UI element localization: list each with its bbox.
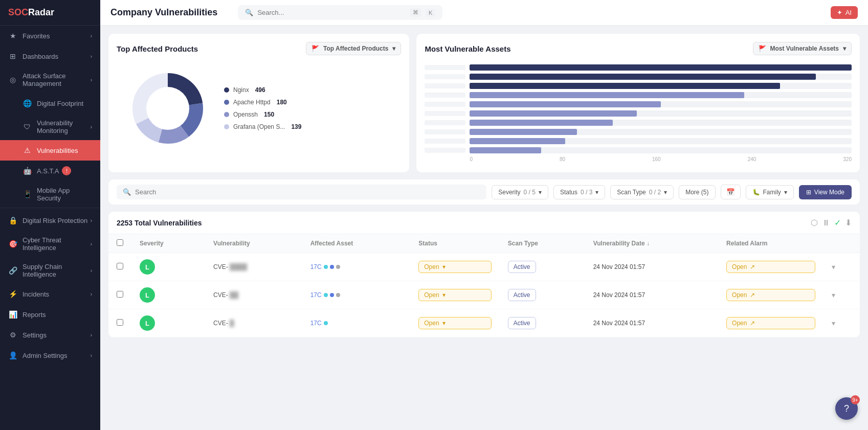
sidebar-item-supply-chain[interactable]: 🔗 Supply Chain Intelligence › (0, 257, 100, 284)
related-alarm[interactable]: Open ↗ (726, 317, 815, 329)
status-dropdown[interactable]: Open ▾ (418, 261, 492, 273)
sidebar-item-vulnerabilities[interactable]: ⚠ Vulnerabilities (0, 140, 100, 161)
sidebar: SOCRadar ★ Favorites › ⊞ Dashboards › ◎ … (0, 0, 100, 430)
asset-link[interactable]: 17C (310, 291, 403, 299)
severity-filter[interactable]: Severity 0 / 5 ▾ (492, 185, 548, 199)
search-input[interactable] (257, 9, 406, 16)
pause-action-btn[interactable]: ⏸ (822, 218, 830, 228)
bar-label (425, 102, 465, 107)
sidebar-item-vulnerability-monitoring[interactable]: 🛡 Vulnerability Monitoring › (0, 114, 100, 140)
asset-link[interactable]: 17C (310, 263, 403, 270)
bar-track (470, 92, 852, 98)
col-related-alarm: Related Alarm (718, 234, 823, 253)
legend-dot-grafana (224, 124, 229, 129)
severity-badge: L (140, 287, 155, 303)
sidebar-item-dashboards[interactable]: ⊞ Dashboards › (0, 46, 100, 66)
row-status-cell: Open ▾ (410, 281, 500, 309)
sidebar-item-asta[interactable]: 🤖 A.S.T.A ! (0, 161, 100, 181)
status-filter[interactable]: Status 0 / 3 ▾ (553, 185, 605, 199)
calendar-filter[interactable]: 📅 (721, 185, 741, 199)
row-cve-cell: CVE- █ (205, 309, 302, 337)
sidebar-item-digital-risk[interactable]: 🔒 Digital Risk Protection › (0, 210, 100, 231)
expand-btn[interactable]: ▾ (832, 319, 835, 327)
row-checkbox-cell (108, 253, 131, 281)
top-affected-products-card: Top Affected Products 🚩 Top Affected Pro… (108, 34, 409, 172)
sidebar-item-reports[interactable]: 📊 Reports (0, 304, 100, 325)
bar-label (425, 65, 465, 70)
bar-label (425, 111, 465, 116)
chevron-icon: › (91, 353, 92, 358)
expand-btn[interactable]: ▾ (832, 263, 835, 271)
filter-search[interactable]: 🔍 (117, 185, 486, 199)
bar-fill (470, 74, 816, 80)
bar-label (425, 120, 465, 125)
dot-blue (330, 293, 334, 297)
asset-link[interactable]: 17C (310, 320, 403, 327)
search-icon: 🔍 (123, 188, 131, 196)
notification-fab[interactable]: ? 9+ (835, 397, 858, 420)
expand-btn[interactable]: ▾ (832, 291, 835, 299)
sidebar-item-settings[interactable]: ⚙ Settings › (0, 325, 100, 345)
row-asset-cell: 17C (302, 309, 411, 337)
attack-surface-icon: ◎ (8, 75, 17, 84)
row-severity-cell: L (131, 281, 205, 309)
chevron-icon: › (91, 124, 92, 130)
row-cve-cell: CVE- ████ (205, 253, 302, 281)
sidebar-item-favorites[interactable]: ★ Favorites › (0, 26, 100, 46)
vuln-search-input[interactable] (135, 188, 480, 196)
sidebar-item-attack-surface[interactable]: ◎ Attack Surface Management › (0, 66, 100, 93)
page-title: Company Vulnerabilities (110, 7, 217, 18)
download-action-btn[interactable]: ⬇ (845, 218, 852, 228)
ai-button[interactable]: ✦ AI (831, 6, 858, 19)
sidebar-item-label: Attack Surface Management (23, 72, 91, 87)
table-row: L CVE- ██ 17C (108, 281, 860, 309)
bar-track (470, 74, 852, 80)
top-affected-dropdown[interactable]: 🚩 Top Affected Products ▾ (306, 42, 401, 55)
status-dropdown[interactable]: Open ▾ (418, 289, 492, 301)
col-scan-type: Scan Type (500, 234, 585, 253)
row-scan-type-cell: Active (500, 253, 585, 281)
asta-icon: 🤖 (23, 166, 32, 175)
table-row: L CVE- ████ 17C (108, 253, 860, 281)
family-filter[interactable]: 🐛 Family ▾ (746, 185, 794, 199)
row-checkbox[interactable] (117, 291, 123, 298)
dot-cyan (324, 321, 328, 325)
sidebar-item-label: Dashboards (23, 53, 58, 60)
row-checkbox[interactable] (117, 263, 123, 269)
view-mode-button[interactable]: ⊞ View Mode (799, 185, 852, 199)
bar-fill (470, 83, 780, 89)
top-affected-title: Top Affected Products 🚩 Top Affected Pro… (117, 42, 401, 55)
select-all-checkbox[interactable] (117, 239, 123, 246)
col-affected-asset: Affected Asset (302, 234, 411, 253)
sidebar-item-mobile-app[interactable]: 📱 Mobile App Security (0, 181, 100, 208)
filter-action-btn[interactable]: ⬡ (811, 218, 818, 228)
table-header: Severity Vulnerability Affected Asset St… (108, 234, 860, 253)
topbar-search[interactable]: 🔍 ⌘ K (238, 5, 442, 20)
most-vulnerable-dropdown[interactable]: 🚩 Most Vulnerable Assets ▾ (753, 42, 852, 55)
most-vulnerable-title: Most Vulnerable Assets 🚩 Most Vulnerable… (425, 42, 852, 55)
bug-icon: 🐛 (752, 189, 760, 196)
chevron-down-icon: ▾ (595, 189, 598, 196)
charts-row: Top Affected Products 🚩 Top Affected Pro… (108, 34, 860, 172)
sidebar-item-cyber-threat[interactable]: 🎯 Cyber Threat Intelligence › (0, 231, 100, 257)
chevron-down-icon: ▾ (442, 320, 446, 327)
status-dropdown[interactable]: Open ▾ (418, 317, 492, 329)
search-icon: 🔍 (245, 9, 253, 16)
scan-type-filter[interactable]: Scan Type 0 / 2 ▾ (610, 185, 674, 199)
external-link-icon: ↗ (750, 320, 755, 327)
legend-nginx: Nginx 496 (224, 86, 301, 94)
related-alarm[interactable]: Open ↗ (726, 261, 815, 273)
sidebar-item-label: Vulnerabilities (37, 147, 78, 154)
sidebar-item-admin-settings[interactable]: 👤 Admin Settings › (0, 345, 100, 366)
vulnerabilities-icon: ⚠ (23, 146, 32, 155)
row-expand-cell: ▾ (824, 253, 860, 281)
more-filters[interactable]: More (5) (679, 185, 715, 199)
bar-label (425, 93, 465, 98)
related-alarm[interactable]: Open ↗ (726, 289, 815, 301)
bar-chart (425, 64, 852, 153)
check-action-btn[interactable]: ✓ (834, 218, 841, 228)
bar-label (425, 74, 465, 79)
sidebar-item-incidents[interactable]: ⚡ Incidents › (0, 284, 100, 304)
row-checkbox[interactable] (117, 319, 123, 326)
sidebar-item-digital-footprint[interactable]: 🌐 Digital Footprint (0, 93, 100, 114)
